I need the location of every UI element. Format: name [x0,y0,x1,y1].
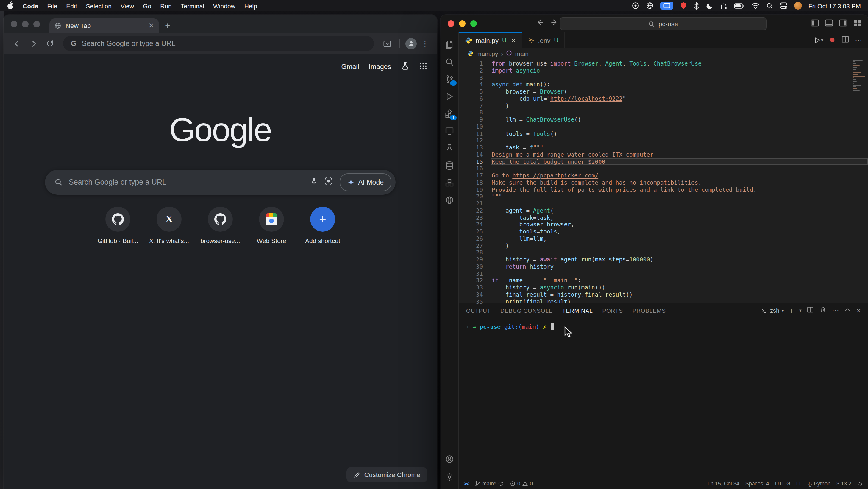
code-line-28[interactable] [491,249,868,256]
source-control-icon[interactable] [440,70,458,88]
panel-tab-debug-console[interactable]: DEBUG CONSOLE [500,303,553,317]
panel-more-actions-icon[interactable]: ⋯ [832,306,839,314]
menubar-item-help[interactable]: Help [244,2,257,9]
menubar-clock[interactable]: Fri Oct 17 3:03 PM [808,2,861,9]
panel-tab-output[interactable]: OUTPUT [466,303,491,317]
labs-flask-icon[interactable] [401,61,410,71]
headphones-icon[interactable] [720,2,727,9]
code-line-1[interactable]: from browser_use import Browser, Agent, … [491,60,868,67]
vscode-zoom-button[interactable] [470,20,477,27]
indentation[interactable]: Spaces: 4 [745,481,769,487]
language-mode[interactable]: {}Python [808,481,831,487]
breadcrumbs[interactable]: main.py › main [459,48,868,59]
editor-tab-main-py[interactable]: main.pyU× [459,32,522,48]
code-line-15[interactable]: Keep the total budget under $2000 [491,158,868,165]
menubar-item-edit[interactable]: Edit [66,2,77,9]
wifi-icon[interactable] [751,2,760,9]
code-line-3[interactable] [491,74,868,81]
remote-explorer-icon[interactable] [440,122,458,140]
panel-tab-ports[interactable]: PORTS [602,303,623,317]
browser-globe-icon[interactable] [440,191,458,209]
google-search-box[interactable]: Search Google or type a URL AI Mode [45,170,396,195]
browser-tab-new-tab[interactable]: New Tab ✕ [50,19,159,33]
panel-tab-terminal[interactable]: TERMINAL [562,303,593,317]
code-line-6[interactable]: cdp_url="http://localhost:9222" [491,95,868,102]
code-line-8[interactable] [491,109,868,117]
split-terminal-icon[interactable] [807,306,814,314]
panel-tab-problems[interactable]: PROBLEMS [632,303,666,317]
code-line-29[interactable]: history = await agent.run(max_steps=1000… [491,256,868,263]
shortcut-browser-use-[interactable]: browser-use... [195,207,246,244]
code-line-5[interactable]: browser = Browser( [491,88,868,95]
vscode-minimize-button[interactable] [459,20,466,27]
database-icon[interactable] [440,157,458,174]
screen-mirroring-active-icon[interactable] [660,2,673,9]
toggle-panel-icon[interactable] [825,19,834,30]
testing-flask-icon[interactable] [440,140,458,157]
editor-more-actions-icon[interactable]: ⋯ [855,36,862,44]
shield-icon[interactable] [680,2,687,9]
code-line-23[interactable]: task=task, [491,214,868,221]
menubar-item-selection[interactable]: Selection [86,2,112,9]
code-line-24[interactable]: browser=browser, [491,221,868,228]
vscode-close-button[interactable] [448,20,454,27]
code-editor[interactable]: 1234567891011121314151617181920212223242… [459,59,868,303]
extensions-icon[interactable]: 1 [440,105,458,122]
voice-search-icon[interactable] [310,177,318,188]
battery-icon[interactable] [734,3,745,9]
address-bar[interactable]: G Search Google or type a URL [63,36,374,51]
cursor-position[interactable]: Ln 15, Col 34 [708,481,739,487]
menubar-item-code[interactable]: Code [23,2,38,9]
code-line-34[interactable]: final_result = history.final_result() [491,291,868,298]
history-back-button[interactable] [536,18,544,29]
code-line-16[interactable] [491,165,868,173]
python-interpreter[interactable]: 3.13.2 [836,481,851,487]
customize-chrome-button[interactable]: Customize Chrome [346,467,428,483]
google-apps-grid-icon[interactable] [419,62,428,71]
toggle-primary-sidebar-icon[interactable] [810,19,819,30]
eol-sequence[interactable]: LF [796,481,803,487]
code-line-14[interactable]: Design me a mid-range water-cooled ITX c… [491,151,868,158]
shortcut-web-store[interactable]: Web Store [246,207,297,244]
history-forward-button[interactable] [551,18,558,29]
code-line-13[interactable]: task = f""" [491,144,868,151]
code-line-22[interactable]: agent = Agent( [491,207,868,214]
run-python-file-button[interactable]: ▾ [813,36,823,44]
containers-icon[interactable] [440,174,458,191]
code-line-33[interactable]: history = asyncio.run(main()) [491,284,868,291]
toggle-secondary-sidebar-icon[interactable] [839,19,848,30]
profile-avatar-button[interactable] [405,38,417,49]
code-line-30[interactable]: return history [491,263,868,270]
explorer-icon[interactable] [440,36,458,53]
kill-terminal-icon[interactable] [819,306,827,314]
shortcut-add-shortcut[interactable]: +Add shortcut [297,207,348,244]
new-terminal-icon[interactable]: + [789,306,794,315]
code-line-32[interactable]: if __name__ == "__main__": [491,277,868,284]
maximize-panel-icon[interactable] [844,306,851,314]
code-line-25[interactable]: tools=tools, [491,228,868,235]
ai-mode-button[interactable]: AI Mode [340,173,392,191]
tab-close-icon[interactable]: ✕ [148,22,154,29]
red-dot-icon[interactable] [829,35,836,45]
terminal[interactable]: ○ → pc-use git:(main) ✗ [459,317,868,478]
code-line-7[interactable]: ) [491,102,868,109]
customize-layout-icon[interactable] [853,19,862,30]
chrome-close-button[interactable] [11,21,17,27]
code-line-4[interactable]: async def main(): [491,81,868,88]
code-line-9[interactable]: llm = ChatBrowserUse() [491,116,868,123]
chrome-menu-icon[interactable]: ⋮ [419,39,431,48]
close-panel-icon[interactable]: × [857,306,861,315]
code-area[interactable]: from browser_use import Browser, Agent, … [491,59,868,303]
new-tab-button[interactable]: + [165,20,170,30]
images-link[interactable]: Images [369,63,391,70]
gmail-link[interactable]: Gmail [341,63,359,70]
terminal-shell-selector[interactable]: zsh ▾ [761,307,784,314]
code-line-20[interactable]: """ [491,193,868,201]
spotlight-search-icon[interactable] [766,2,773,9]
control-center-icon[interactable] [780,2,787,9]
globe-icon[interactable] [646,2,654,9]
code-line-10[interactable] [491,123,868,130]
chrome-minimize-button[interactable] [22,21,29,27]
menubar-item-run[interactable]: Run [160,2,172,9]
menubar-item-go[interactable]: Go [143,2,151,9]
